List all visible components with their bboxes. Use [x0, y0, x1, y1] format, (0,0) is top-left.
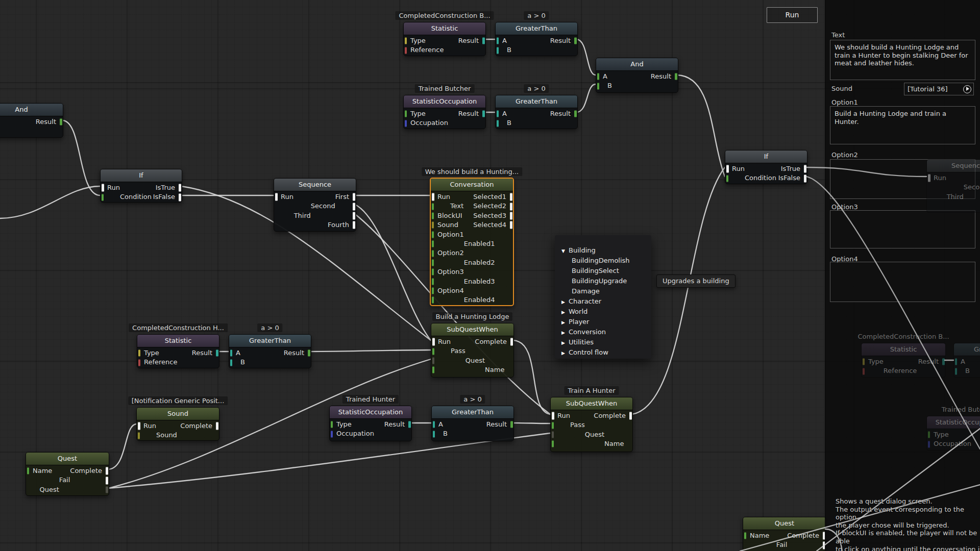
menu-item-utilities[interactable]: ▶Utilities: [555, 337, 651, 347]
node-body-sequence-right: RunFirstSecondThirdFourth: [927, 172, 980, 212]
greaterthan-right-input-pin-b[interactable]: [955, 368, 958, 374]
tooltip-upgrades-a-building: Upgrades a building: [656, 274, 736, 288]
statistic-completed-b-right-input-pin-type[interactable]: [863, 359, 865, 365]
menu-item-player[interactable]: ▶Player: [555, 317, 651, 327]
node-header-greaterthan-right: GreaterThan: [954, 343, 980, 356]
port-row: Reference: [862, 366, 945, 375]
menu-item-control-flow[interactable]: ▶Control flow: [555, 347, 651, 358]
port-row: AResult: [954, 357, 980, 366]
menu-item-label: BuildingUpgrade: [572, 277, 627, 285]
chevron-expanded-icon: ▼: [561, 246, 569, 256]
menu-item-buildingupgrade[interactable]: BuildingUpgrade: [555, 276, 651, 286]
node-body-statistic-completed-b-right: TypeResultReference: [862, 356, 945, 377]
menu-item-label: Building: [569, 246, 596, 254]
menu-item-conversion[interactable]: ▶Conversion: [555, 327, 651, 337]
port-row: B: [954, 366, 980, 375]
node-greaterthan-right[interactable]: GreaterThanAResultB: [953, 343, 980, 378]
chevron-collapsed-icon: ▶: [561, 317, 569, 328]
menu-item-damage[interactable]: Damage: [555, 286, 651, 296]
menu-item-character[interactable]: ▶Character: [555, 296, 651, 307]
port-row: Occupation: [927, 439, 980, 448]
node-title-statisticoccupation-right: Trained Butcher: [938, 405, 980, 414]
output-label: Third: [947, 192, 964, 202]
output-label: Second: [964, 183, 980, 192]
port-row: TypeResult: [927, 430, 980, 439]
node-statisticoccupation-right[interactable]: Trained ButcherStatisticOccupationTypeRe…: [926, 416, 980, 450]
chevron-collapsed-icon: ▶: [561, 328, 569, 338]
output-label: Result: [918, 357, 939, 366]
run-button[interactable]: Run: [767, 7, 818, 23]
sequence-right-input-pin-run[interactable]: [928, 174, 930, 182]
context-menu: ▼BuildingBuildingDemolishBuildingSelectB…: [555, 235, 651, 359]
node-sequence-right[interactable]: SequenceRunFirstSecondThirdFourth: [926, 159, 980, 213]
input-label: Run: [934, 173, 946, 183]
input-label: A: [961, 357, 965, 366]
conversation-help-tooltip: Shows a quest dialog screen. The output …: [836, 497, 980, 551]
port-row: Second: [927, 183, 980, 192]
dimmed-nodes-layer: SequenceRunFirstSecondThirdFourthComplet…: [0, 0, 980, 551]
node-body-greaterthan-right: AResultB: [954, 356, 980, 377]
input-label: Type: [868, 357, 884, 366]
input-label: B: [965, 366, 970, 375]
menu-item-label: Utilities: [569, 338, 594, 346]
port-row: Fourth: [927, 202, 980, 211]
node-statistic-completed-b-right[interactable]: CompletedConstruction B...StatisticTypeR…: [861, 343, 946, 378]
menu-item-label: BuildingSelect: [572, 267, 619, 274]
port-row: RunFirst: [927, 173, 980, 183]
greaterthan-right-input-pin-a[interactable]: [955, 359, 958, 365]
chevron-collapsed-icon: ▶: [561, 348, 569, 358]
menu-item-label: Character: [569, 297, 601, 305]
menu-item-building[interactable]: ▼Building: [555, 245, 651, 256]
chevron-collapsed-icon: ▶: [561, 338, 569, 348]
chevron-collapsed-icon: ▶: [561, 297, 569, 307]
node-header-statisticoccupation-right: StatisticOccupation: [927, 416, 980, 429]
statistic-completed-b-right-input-pin-reference[interactable]: [863, 368, 865, 374]
statisticoccupation-right-input-pin-occupation[interactable]: [928, 441, 930, 447]
node-graph-canvas[interactable]: AndResultCompletedConstruction B...Stati…: [0, 0, 980, 551]
menu-item-label: World: [569, 308, 587, 315]
node-header-sequence-right: Sequence: [927, 160, 980, 172]
menu-item-world[interactable]: ▶World: [555, 307, 651, 317]
node-header-statistic-completed-b-right: Statistic: [862, 343, 945, 356]
chevron-collapsed-icon: ▶: [561, 307, 569, 317]
statisticoccupation-right-input-pin-type[interactable]: [928, 432, 930, 438]
menu-item-label: Control flow: [569, 348, 608, 356]
menu-item-label: Conversion: [569, 328, 606, 336]
port-row: TypeResult: [862, 357, 945, 366]
menu-item-label: BuildingDemolish: [572, 257, 630, 264]
node-body-statisticoccupation-right: TypeResultOccupation: [927, 429, 980, 450]
menu-item-buildingdemolish[interactable]: BuildingDemolish: [555, 256, 651, 266]
input-label: Type: [934, 430, 949, 439]
input-label: Occupation: [934, 439, 971, 448]
node-title-statistic-completed-b-right: CompletedConstruction B...: [854, 332, 952, 341]
menu-item-label: Player: [569, 318, 589, 325]
port-row: Third: [927, 192, 980, 202]
statistic-completed-b-right-output-pin-result[interactable]: [942, 359, 945, 365]
input-label: Reference: [884, 366, 917, 375]
menu-item-buildingselect[interactable]: BuildingSelect: [555, 266, 651, 276]
menu-item-label: Damage: [572, 287, 600, 295]
